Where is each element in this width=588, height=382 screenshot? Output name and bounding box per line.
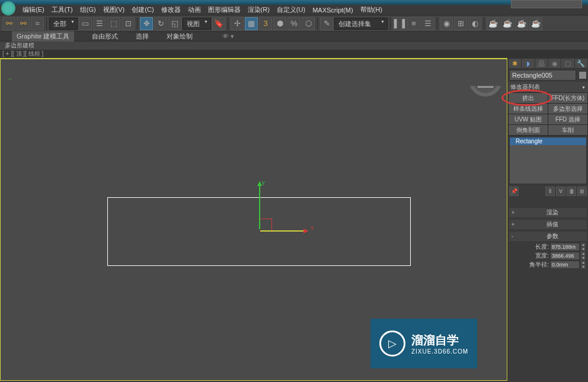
modifier-ffd-box-button[interactable]: FFD(长方体): [548, 93, 587, 103]
bind-icon[interactable]: ≈: [31, 17, 44, 30]
render-icon[interactable]: ☕: [515, 17, 528, 30]
axis-y-label: y: [262, 179, 265, 185]
display-tab-icon[interactable]: ▢: [561, 59, 574, 68]
modifier-poly-select-button[interactable]: 多边形选择: [548, 104, 587, 114]
viewport-bottom[interactable]: ⌐: [1, 59, 507, 86]
panel-tabs: ✱ ◗ 品 ◉ ▢ 🔧: [508, 58, 588, 69]
spinner-snap-icon[interactable]: ⬡: [302, 17, 315, 30]
render-setup-icon[interactable]: ☕: [487, 17, 500, 30]
menu-view[interactable]: 视图(V): [103, 5, 125, 14]
window-crossing-icon[interactable]: ⊡: [122, 17, 135, 30]
stack-item-rectangle[interactable]: Rectangle: [510, 137, 586, 145]
menu-tools[interactable]: 工具(T): [52, 5, 73, 14]
play-icon: ▷: [379, 330, 405, 357]
snap-3-icon[interactable]: 3: [259, 17, 272, 30]
modifier-stack[interactable]: Rectangle: [509, 137, 587, 184]
length-input[interactable]: [550, 243, 580, 251]
width-input[interactable]: [550, 252, 580, 260]
ribbon-tab-graphite[interactable]: Graphite 建模工具: [12, 31, 74, 41]
motion-tab-icon[interactable]: ◉: [548, 59, 561, 68]
object-name-input[interactable]: Rectangle005: [509, 70, 576, 81]
configure-icon[interactable]: ⊞: [577, 187, 587, 196]
modifier-ffd-select-button[interactable]: FFD 选择: [548, 114, 587, 124]
percent-snap-icon[interactable]: %: [287, 17, 301, 30]
select-name-icon[interactable]: ☰: [93, 17, 106, 30]
hierarchy-tab-icon[interactable]: 品: [535, 59, 548, 68]
width-spinner[interactable]: ▴▾: [581, 252, 586, 260]
select-region-icon[interactable]: ⬚: [107, 17, 120, 30]
layers-icon[interactable]: ☰: [421, 17, 434, 30]
ribbon-eye-icon[interactable]: 👁 ▾: [222, 33, 234, 40]
render-frame-icon[interactable]: ☕: [501, 17, 514, 30]
length-label: 长度:: [535, 243, 549, 251]
named-selection-dropdown[interactable]: 创建选择集: [334, 18, 388, 30]
radius-input[interactable]: [550, 261, 580, 269]
mirror-icon[interactable]: ▌▐: [393, 17, 406, 30]
menu-rendering[interactable]: 渲染(R): [248, 5, 270, 14]
menu-create[interactable]: 创建(C): [132, 5, 154, 14]
pivot-icon[interactable]: ✢: [231, 17, 244, 30]
watermark-url: ZIXUE.3D66.COM: [411, 348, 468, 355]
viewport-label[interactable]: [ + ][ 顶 ][ 线框 ]: [0, 50, 588, 58]
remove-icon[interactable]: 🗑: [567, 187, 576, 196]
make-unique-icon[interactable]: ∀: [556, 187, 565, 196]
viewport-top[interactable]: y x 上 ▷ 溜溜自学 ZIXUE.3D66.COM ⌐: [0, 58, 507, 381]
material-editor-icon[interactable]: ◐: [468, 17, 481, 30]
menu-animation[interactable]: 动画: [188, 5, 201, 14]
ribbon-tab-freeform[interactable]: 自由形式: [92, 32, 118, 41]
modifier-list-dropdown[interactable]: 修改器列表: [508, 82, 588, 92]
align-icon[interactable]: ≡: [407, 17, 420, 30]
menu-customize[interactable]: 自定义(U): [277, 5, 305, 14]
menu-group[interactable]: 组(G): [80, 5, 96, 14]
menu-modifiers[interactable]: 修改器: [161, 5, 181, 14]
menu-edit[interactable]: 编辑(E): [23, 5, 44, 14]
modifier-buttons: 挤出 FFD(长方体) 样条线选择 多边形选择 UVW 贴图 FFD 选择 倒角…: [508, 92, 588, 136]
curve-editor-icon[interactable]: ◉: [440, 17, 453, 30]
link-icon[interactable]: ⚯: [2, 17, 15, 30]
select-manipulate-icon[interactable]: ▦: [245, 17, 258, 30]
main-toolbar: ⚯ ⚯ ≈ 全部 ▭ ☰ ⬚ ⊡ ✥ ↻ ◱ 视图 🔖 ✢ ▦ 3 ⬢ % ⬡ …: [0, 15, 588, 32]
ribbon-tab-selection[interactable]: 选择: [136, 32, 149, 41]
ref-coord-dropdown[interactable]: 视图: [183, 18, 211, 30]
utilities-tab-icon[interactable]: 🔧: [575, 59, 587, 68]
rollup-render-header[interactable]: + 渲染: [509, 208, 587, 217]
move-icon[interactable]: ✥: [140, 17, 153, 30]
width-label: 宽度:: [535, 252, 549, 260]
object-color-swatch[interactable]: [579, 71, 587, 79]
expand-icon: +: [512, 210, 517, 216]
expand-icon: +: [512, 222, 517, 227]
menu-maxscript[interactable]: MAXScript(M): [312, 7, 353, 14]
schematic-icon[interactable]: ⊞: [454, 17, 467, 30]
modifier-extrude-button[interactable]: 挤出: [509, 93, 548, 103]
radius-spinner[interactable]: ▴▾: [581, 261, 586, 269]
scale-icon[interactable]: ◱: [168, 17, 181, 30]
length-spinner[interactable]: ▴▾: [581, 243, 586, 251]
unlink-icon[interactable]: ⚯: [17, 17, 30, 30]
modifier-spline-select-button[interactable]: 样条线选择: [509, 104, 548, 114]
app-logo-icon[interactable]: [1, 1, 15, 15]
help-search-input[interactable]: [511, 0, 582, 8]
stack-toolbar: 📌 Ⅱ ∀ 🗑 ⊞: [508, 185, 588, 197]
menu-help[interactable]: 帮助(H): [360, 5, 382, 14]
rotate-icon[interactable]: ↻: [154, 17, 167, 30]
angle-snap-icon[interactable]: ⬢: [273, 17, 286, 30]
edit-selection-icon[interactable]: ✎: [320, 17, 333, 30]
menu-graph-editors[interactable]: 图形编辑器: [208, 5, 241, 14]
rollup-interp-header[interactable]: + 插值: [509, 220, 587, 229]
ribbon-tabs: Graphite 建模工具 自由形式 选择 对象绘制 👁 ▾: [0, 32, 588, 41]
ribbon-subtab[interactable]: 多边形建模: [0, 41, 588, 50]
bottom-gizmo-icon: ⌐: [9, 76, 12, 82]
rollup-params-header[interactable]: - 参数: [509, 232, 587, 241]
render-prod-icon[interactable]: ☕: [529, 17, 542, 30]
modifier-lathe-button[interactable]: 车削: [548, 125, 587, 135]
show-result-icon[interactable]: Ⅱ: [545, 187, 555, 196]
modify-tab-icon[interactable]: ◗: [522, 59, 534, 68]
select-icon[interactable]: ▭: [79, 17, 92, 30]
selection-filter-dropdown[interactable]: 全部: [49, 18, 78, 30]
ribbon-tab-paint[interactable]: 对象绘制: [167, 32, 193, 41]
bookmark-icon[interactable]: 🔖: [212, 17, 225, 30]
modifier-chamfer-button[interactable]: 倒角剖面: [509, 125, 548, 135]
modifier-uvw-map-button[interactable]: UVW 贴图: [509, 114, 548, 124]
create-tab-icon[interactable]: ✱: [509, 59, 521, 68]
pin-stack-icon[interactable]: 📌: [509, 187, 519, 196]
